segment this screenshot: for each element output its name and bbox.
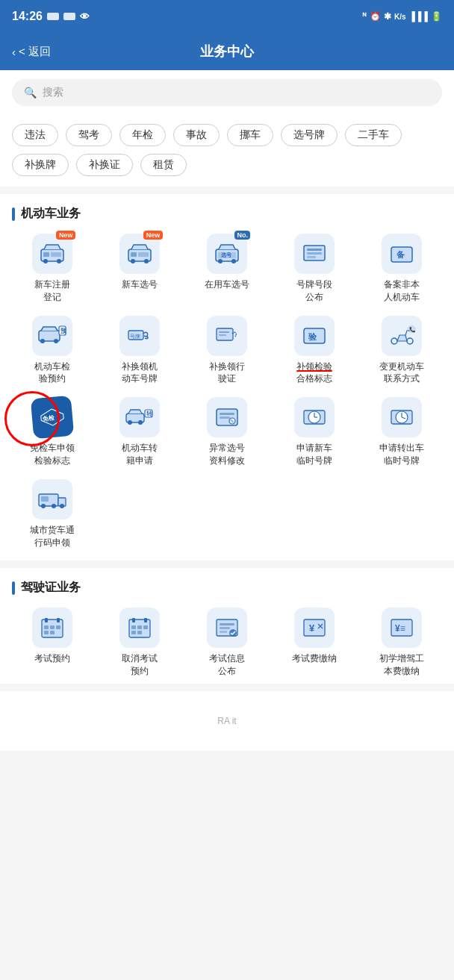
replace-plate-label: 补换领机动车号牌 xyxy=(122,361,158,386)
item-abnormal-select[interactable]: ✎ 异常选号资料修改 xyxy=(187,397,268,467)
svg-rect-66 xyxy=(57,618,60,622)
svg-rect-71 xyxy=(50,631,55,634)
svg-rect-18 xyxy=(307,256,316,258)
nfc-icon: ᴺ xyxy=(362,11,367,22)
svg-rect-17 xyxy=(307,252,322,255)
svg-rect-75 xyxy=(131,625,136,629)
item-inspection[interactable]: 预 机动车检验预约 xyxy=(12,316,93,386)
inuse-select-icon: 选号 No. xyxy=(207,234,247,274)
driving-title-text: 驾驶证业务 xyxy=(21,580,81,596)
tag-zulin[interactable]: 租赁 xyxy=(140,154,187,176)
transfer-icon: 转 xyxy=(119,397,160,437)
record-car-icon: 备 xyxy=(382,234,422,274)
status-right: ᴺ ⏰ ✱ K/s ▐▐▐ 🔋 xyxy=(362,11,442,22)
motor-section-title: 机动车业务 xyxy=(12,206,442,222)
new-car-select-label: 新车选号 xyxy=(122,278,158,291)
svg-point-61 xyxy=(52,504,56,508)
exam-info-icon xyxy=(207,608,247,648)
new-car-register-icon: New xyxy=(32,234,72,274)
item-exam-book[interactable]: 考试预约 xyxy=(12,608,93,678)
study-fee-icon: ¥≡ xyxy=(382,608,422,648)
search-icon: 🔍 xyxy=(24,87,37,99)
item-plate-publish[interactable]: 号牌号段公布 xyxy=(273,234,355,304)
svg-point-23 xyxy=(54,339,58,343)
bottom-hint-text: RA it xyxy=(217,716,236,726)
svg-rect-81 xyxy=(220,623,234,625)
change-contact-label: 变更机动车联系方式 xyxy=(379,361,424,386)
tag-xuanhao[interactable]: 选号牌 xyxy=(281,124,338,146)
item-transfer[interactable]: 转 机动车转籍申请 xyxy=(99,397,181,467)
svg-point-40 xyxy=(128,420,132,425)
replace-license-label: 补换领行驶证 xyxy=(209,361,245,386)
change-contact-icon: 📞 xyxy=(382,316,422,356)
battery-icon: 🔋 xyxy=(431,11,442,22)
back-button[interactable]: ‹ < 返回 xyxy=(12,45,51,59)
temp-plate-new-icon xyxy=(294,397,335,437)
item-exam-fee[interactable]: ¥ 考试费缴纳 xyxy=(273,608,355,678)
tag-ershou[interactable]: 二手车 xyxy=(345,124,402,146)
item-replace-license[interactable]: 补换领行驶证 xyxy=(187,316,268,386)
signal-bars-icon: ▐▐▐ xyxy=(408,11,428,22)
svg-point-3 xyxy=(43,259,48,263)
driving-grid: 考试预约 取消考试预约 xyxy=(12,608,442,678)
svg-point-9 xyxy=(144,259,149,263)
svg-rect-83 xyxy=(220,631,227,633)
svg-rect-16 xyxy=(307,249,322,251)
search-box[interactable]: 🔍 搜索 xyxy=(12,79,442,106)
svg-point-62 xyxy=(60,504,64,508)
svg-point-33 xyxy=(391,338,397,344)
tag-weifa[interactable]: 违法 xyxy=(12,124,58,146)
page-title: 业务中心 xyxy=(200,43,254,60)
exam-book-label: 考试预约 xyxy=(34,652,70,665)
status-icon3: 👁 xyxy=(80,11,90,22)
item-inuse-select[interactable]: 选号 No. 在用车选号 xyxy=(187,234,268,304)
svg-text:验: 验 xyxy=(308,332,317,341)
item-change-contact[interactable]: 📞 变更机动车联系方式 xyxy=(361,316,442,386)
abnormal-select-icon: ✎ xyxy=(207,397,247,437)
plate-publish-icon xyxy=(294,234,335,274)
item-exam-info[interactable]: 考试信息公布 xyxy=(187,608,268,678)
inspection-label-text: 补领检验合格标志 xyxy=(296,361,332,386)
signal-text: K/s xyxy=(394,13,406,21)
tag-nuoche[interactable]: 挪车 xyxy=(227,124,273,146)
item-temp-plate-out[interactable]: 申请转出车临时号牌 xyxy=(361,397,442,467)
svg-rect-6 xyxy=(131,252,137,257)
item-record-car[interactable]: 备 备案非本人机动车 xyxy=(361,234,442,304)
svg-text:¥≡: ¥≡ xyxy=(395,623,405,634)
item-exempt-inspect[interactable]: 免检 免检车申领检验标志 xyxy=(12,397,93,467)
tag-jiakao[interactable]: 驾考 xyxy=(66,124,112,146)
inuse-select-label: 在用车选号 xyxy=(205,278,249,291)
tag-container: 违法 驾考 年检 事故 挪车 选号牌 二手车 补换牌 补换证 租赁 xyxy=(0,115,454,187)
search-placeholder: 搜索 xyxy=(43,86,63,99)
abnormal-select-label: 异常选号资料修改 xyxy=(209,442,245,467)
item-new-car-register[interactable]: New 新车注册登记 xyxy=(12,234,93,304)
item-new-car-select[interactable]: New 新车选号 xyxy=(99,234,181,304)
item-temp-plate-new[interactable]: 申请新车临时号牌 xyxy=(273,397,355,467)
transfer-label: 机动车转籍申请 xyxy=(122,442,158,467)
svg-text:免检: 免检 xyxy=(42,415,56,423)
tag-nianjian[interactable]: 年检 xyxy=(119,124,166,146)
inspection-icon: 预 xyxy=(32,316,72,356)
item-truck-code[interactable]: 城市货车通行码申领 xyxy=(12,479,93,549)
svg-rect-79 xyxy=(137,631,142,634)
temp-plate-out-icon xyxy=(382,397,422,437)
svg-point-41 xyxy=(138,420,143,425)
svg-rect-46 xyxy=(220,416,230,419)
inspection-label: 机动车检验预约 xyxy=(34,361,70,386)
svg-rect-65 xyxy=(45,618,48,622)
item-inspection-label[interactable]: 验 补领检验合格标志 xyxy=(273,316,355,386)
item-replace-plate[interactable]: 号牌 补换领机动车号牌 xyxy=(99,316,181,386)
svg-rect-69 xyxy=(56,625,60,629)
exam-fee-icon: ¥ xyxy=(294,608,335,648)
svg-point-4 xyxy=(57,259,61,263)
tag-buzheng[interactable]: 补换证 xyxy=(76,154,133,176)
driving-section: 驾驶证业务 考试预约 xyxy=(0,568,454,684)
svg-rect-67 xyxy=(44,625,49,629)
tag-buhuan[interactable]: 补换牌 xyxy=(12,154,69,176)
temp-plate-new-label: 申请新车临时号牌 xyxy=(296,442,332,467)
item-study-fee[interactable]: ¥≡ 初学增驾工本费缴纳 xyxy=(361,608,442,678)
item-exam-cancel[interactable]: 取消考试预约 xyxy=(99,608,181,678)
tag-shigu[interactable]: 事故 xyxy=(173,124,220,146)
nav-bar: ‹ < 返回 业务中心 xyxy=(0,33,454,70)
no-badge: No. xyxy=(234,231,250,240)
